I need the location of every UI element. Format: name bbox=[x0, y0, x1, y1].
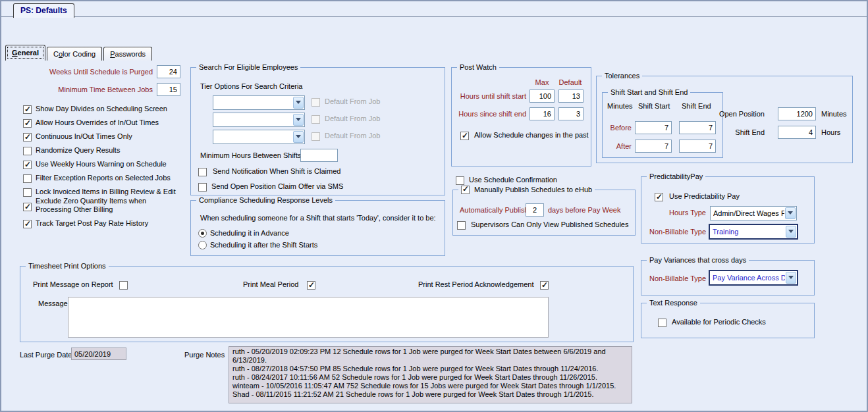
send-notification-claimed-label: Send Notification When Shift is Claimed bbox=[213, 167, 340, 176]
before-shift-start-field[interactable]: 7 bbox=[635, 121, 672, 134]
compliance-scheduling-group: Compliance Scheduling Response Levels Wh… bbox=[190, 200, 445, 256]
last-purge-date-field[interactable]: 05/20/2019 bbox=[71, 348, 126, 360]
pv-non-billable-type-dropdown-value: Pay Variance Across D bbox=[713, 274, 785, 282]
hours-since-shift-end-label: Hours since shift end bbox=[457, 110, 526, 118]
scheduling-after-shift-radio[interactable] bbox=[198, 241, 207, 249]
pp-non-billable-type-dropdown[interactable]: Training bbox=[709, 224, 798, 240]
send-notification-claimed-checkbox[interactable] bbox=[198, 168, 207, 176]
dropdown-arrow-icon[interactable] bbox=[293, 97, 304, 109]
use-schedule-confirmation-label: Use Schedule Confirmation bbox=[469, 176, 557, 184]
message-textarea[interactable] bbox=[68, 297, 549, 338]
post-watch-max-header: Max bbox=[529, 78, 555, 87]
scheduling-after-shift-label: Scheduling it after the Shift Starts bbox=[210, 241, 317, 249]
hours-until-shift-start-label: Hours until shift start bbox=[457, 92, 526, 101]
post-watch-default-header: Default bbox=[555, 78, 586, 87]
dropdown-arrow-icon[interactable] bbox=[786, 226, 796, 238]
track-target-post-pay-checkbox[interactable] bbox=[23, 220, 32, 228]
last-purge-date-label: Last Purge Date bbox=[20, 351, 72, 359]
predictability-pay-title: PredictabilityPay bbox=[647, 172, 705, 181]
tab-general[interactable]: General bbox=[5, 45, 45, 61]
window-tab-ps-defaults[interactable]: PS: Defaults bbox=[13, 3, 74, 18]
compliance-scheduling-title: Compliance Scheduling Response Levels bbox=[196, 196, 335, 205]
allow-hours-overrides-label: Allow Hours Overrides of In/Out Times bbox=[36, 118, 159, 127]
print-rest-period-checkbox[interactable] bbox=[540, 281, 549, 290]
filter-exception-reports-checkbox[interactable] bbox=[23, 174, 32, 183]
allow-hours-overrides-checkbox[interactable] bbox=[23, 119, 32, 128]
days-before-pay-week-label: days before Pay Week bbox=[548, 206, 620, 215]
tolerances-title: Tolerances bbox=[602, 72, 642, 80]
weeks-until-purge-field[interactable]: 24 bbox=[157, 65, 180, 78]
hours-type-dropdown[interactable]: Admin/Direct Wages P bbox=[710, 206, 797, 220]
tier2-default-from-job-checkbox bbox=[312, 115, 320, 124]
supervisors-view-published-checkbox[interactable] bbox=[457, 221, 466, 230]
ps-defaults-window: PS: Defaults General Color Coding Passwo… bbox=[0, 0, 868, 412]
tolerance-shift-end-unit-label: Hours bbox=[821, 128, 840, 137]
hours-since-shift-end-default-field[interactable]: 3 bbox=[558, 107, 583, 120]
exclude-zero-quantity-checkbox[interactable] bbox=[23, 203, 32, 211]
pv-non-billable-type-dropdown[interactable]: Pay Variance Across D bbox=[709, 270, 798, 286]
hours-type-dropdown-value: Admin/Direct Wages P bbox=[713, 209, 784, 218]
shift-start-header: Shift Start bbox=[638, 102, 670, 111]
shift-start-end-group: Shift Start and Shift End Minutes Shift … bbox=[602, 92, 723, 158]
tab-label-part: P bbox=[110, 50, 115, 58]
print-meal-period-label: Print Meal Period bbox=[243, 280, 298, 289]
manually-publish-group: Manually Publish Schedules to eHub Autom… bbox=[452, 190, 636, 236]
text-response-title: Text Response bbox=[647, 299, 700, 307]
automatically-publish-days-field[interactable]: 2 bbox=[526, 203, 544, 217]
send-claim-offer-sms-checkbox[interactable] bbox=[198, 183, 207, 192]
print-meal-period-checkbox[interactable] bbox=[307, 281, 315, 290]
use-predictability-pay-label: Use Predictability Pay bbox=[669, 192, 740, 201]
open-position-field[interactable]: 1200 bbox=[778, 107, 816, 120]
tab-color-coding[interactable]: Color Coding bbox=[47, 47, 102, 61]
timesheet-print-options-group: Timesheet Print Options Print Message on… bbox=[20, 266, 634, 342]
allow-schedule-changes-past-checkbox[interactable] bbox=[460, 132, 469, 140]
randomize-query-label: Randomize Query Results bbox=[36, 146, 120, 155]
dropdown-arrow-icon[interactable] bbox=[785, 207, 796, 219]
tab-label-part: G bbox=[12, 49, 18, 57]
post-watch-title: Post Watch bbox=[457, 63, 499, 72]
tab-label-part: C bbox=[53, 50, 59, 58]
before-label: Before bbox=[604, 124, 632, 132]
tier2-dropdown[interactable] bbox=[213, 113, 305, 127]
purge-notes-textbox[interactable]: ruth - 05/20/2019 02:09:23 PM 12 Schedul… bbox=[229, 346, 632, 403]
hours-until-shift-start-max-field[interactable]: 100 bbox=[529, 90, 555, 103]
tolerance-shift-end-field[interactable]: 4 bbox=[778, 126, 816, 139]
settings-tab-bar: General Color Coding Passwords bbox=[5, 45, 153, 61]
print-message-on-report-checkbox[interactable] bbox=[119, 281, 128, 290]
hours-type-label: Hours Type bbox=[643, 209, 706, 217]
hours-since-shift-end-max-field[interactable]: 16 bbox=[529, 107, 555, 120]
scheduling-in-advance-radio[interactable] bbox=[198, 229, 207, 238]
print-message-on-report-label: Print Message on Report bbox=[33, 280, 113, 289]
text-response-group: Text Response Available for Periodic Che… bbox=[641, 303, 815, 338]
dropdown-arrow-icon[interactable] bbox=[786, 272, 796, 284]
compliance-question-label: When scheduling someone for a Shift that… bbox=[200, 214, 436, 222]
tier3-dropdown[interactable] bbox=[213, 130, 305, 144]
lock-invoiced-items-label: Lock Invoiced Items in Billing Review & … bbox=[36, 188, 176, 196]
min-hours-between-shifts-field[interactable] bbox=[300, 149, 338, 162]
dropdown-arrow-icon[interactable] bbox=[293, 131, 304, 143]
tier1-dropdown[interactable] bbox=[213, 95, 305, 110]
manually-publish-checkbox[interactable] bbox=[461, 186, 470, 194]
continuous-inout-checkbox[interactable] bbox=[23, 133, 32, 142]
hours-until-shift-start-default-field[interactable]: 13 bbox=[558, 90, 583, 103]
randomize-query-checkbox[interactable] bbox=[23, 147, 32, 155]
lock-invoiced-items-checkbox[interactable] bbox=[23, 188, 32, 197]
pay-variances-group: Pay Variances that cross days Non-Billab… bbox=[641, 260, 815, 296]
tab-passwords[interactable]: Passwords bbox=[103, 47, 152, 61]
send-claim-offer-sms-label: Send Open Position Claim Offer via SMS bbox=[211, 182, 343, 191]
available-periodic-checks-checkbox[interactable] bbox=[658, 319, 666, 327]
manually-publish-label: Manually Publish Schedules to eHub bbox=[474, 186, 592, 194]
show-day-divides-checkbox[interactable] bbox=[23, 105, 32, 114]
min-time-between-jobs-field[interactable]: 15 bbox=[157, 83, 180, 96]
weekly-hours-warning-checkbox[interactable] bbox=[23, 161, 32, 169]
available-periodic-checks-label: Available for Periodic Checks bbox=[672, 318, 766, 326]
after-shift-end-field[interactable]: 7 bbox=[679, 140, 716, 153]
use-predictability-pay-checkbox[interactable] bbox=[655, 193, 663, 201]
scheduling-in-advance-label: Scheduling it in Advance bbox=[210, 229, 289, 238]
tab-strip-divider bbox=[1, 16, 867, 17]
after-shift-start-field[interactable]: 7 bbox=[635, 140, 672, 153]
dropdown-arrow-icon[interactable] bbox=[293, 114, 304, 126]
tier1-default-from-job-checkbox bbox=[312, 98, 320, 107]
pp-non-billable-type-dropdown-value: Training bbox=[713, 228, 785, 236]
tab-label-part: lor Coding bbox=[63, 50, 95, 58]
